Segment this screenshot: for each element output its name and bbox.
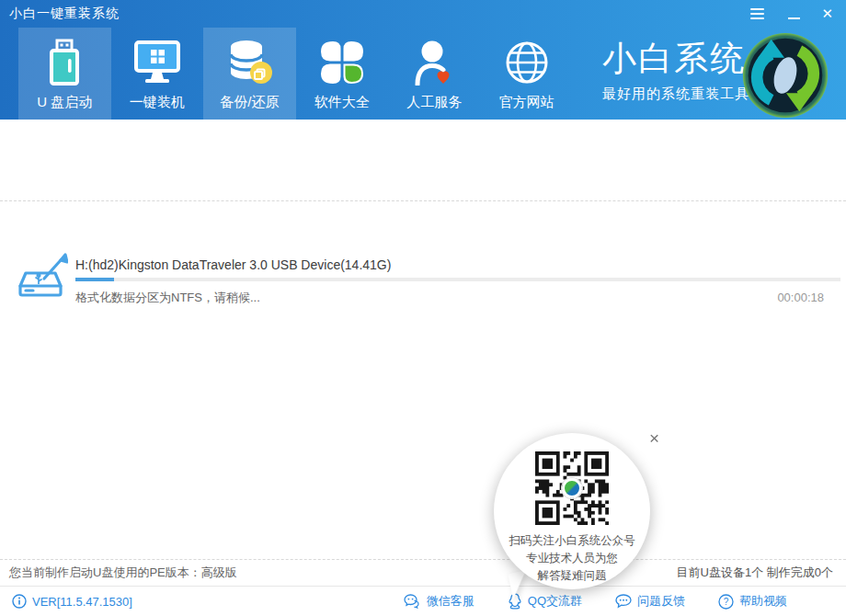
tab-label: 人工服务 xyxy=(406,94,462,111)
minimize-button[interactable] xyxy=(788,6,801,21)
brand-logo-icon xyxy=(741,31,829,120)
close-button[interactable]: ✕ xyxy=(821,6,833,21)
help-video-link[interactable]: ? 帮助视频 xyxy=(718,593,787,610)
tab-support[interactable]: 人工服务 xyxy=(388,28,481,120)
tab-label: 软件大全 xyxy=(314,94,370,111)
feedback-link[interactable]: 问题反馈 xyxy=(615,593,685,610)
brand-subtitle: 最好用的系统重装工具 xyxy=(602,86,749,103)
brand: 小白系统 最好用的系统重装工具 xyxy=(602,40,749,103)
window-title: 小白一键重装系统 xyxy=(0,6,120,22)
brand-title: 小白系统 xyxy=(602,40,749,77)
progress-bar-fill xyxy=(75,278,114,281)
elapsed-timer: 00:00:18 xyxy=(777,291,824,304)
popup-close-icon[interactable]: × xyxy=(649,428,659,449)
popup-line-1: 扫码关注小白系统公众号 xyxy=(494,532,650,550)
wechat-icon xyxy=(404,594,421,610)
footer: VER[11.5.47.1530] 微信客服 xyxy=(0,586,846,616)
usb-device-status: 目前U盘设备1个 制作完成0个 xyxy=(677,565,833,581)
footer-link-label: 问题反馈 xyxy=(637,593,685,610)
qr-popup: 扫码关注小白系统公众号 专业技术人员为您 解答疑难问题 xyxy=(494,433,650,589)
footer-link-label: 微信客服 xyxy=(427,593,474,610)
usb-drive-icon xyxy=(44,36,85,89)
tab-label: U 盘启动 xyxy=(37,94,92,111)
titlebar: 小白一键重装系统 ✕ xyxy=(0,0,846,28)
tab-label: 官方网站 xyxy=(499,94,554,111)
footer-links: 微信客服 QQ交流群 问题反馈 xyxy=(404,593,846,610)
status-bar: 您当前制作启动U盘使用的PE版本：高级版 目前U盘设备1个 制作完成0个 xyxy=(0,559,846,586)
qr-center-logo-icon xyxy=(562,478,582,498)
tab-label: 备份/还原 xyxy=(220,94,279,111)
progress-bar xyxy=(75,278,840,281)
footer-link-label: QQ交流群 xyxy=(528,593,582,610)
tab-one-key-install[interactable]: 一键装机 xyxy=(111,28,204,120)
pe-version-status: 您当前制作启动U盘使用的PE版本：高级版 xyxy=(9,565,237,581)
tab-usb-boot[interactable]: U 盘启动 xyxy=(18,28,111,120)
person-heart-icon xyxy=(412,36,456,89)
menu-icon[interactable] xyxy=(747,5,768,23)
clover-icon xyxy=(319,36,365,89)
feedback-bubble-icon xyxy=(615,594,632,609)
database-icon xyxy=(225,36,273,89)
popup-line-2: 专业技术人员为您 xyxy=(494,550,650,567)
tab-label: 一键装机 xyxy=(130,94,185,111)
monitor-icon xyxy=(133,36,181,89)
device-title: H:(hd2)Kingston DataTraveler 3.0 USB Dev… xyxy=(75,257,391,272)
footer-link-label: 帮助视频 xyxy=(739,593,787,610)
disk-write-icon xyxy=(17,251,68,308)
qr-code xyxy=(535,451,609,525)
svg-text:?: ? xyxy=(724,597,729,607)
tab-backup-restore[interactable]: 备份/还原 xyxy=(203,28,296,120)
nav-tabs: U 盘启动 一键装机 xyxy=(18,28,573,120)
header: 小白一键重装系统 ✕ U 盘启动 xyxy=(0,0,846,120)
tab-website[interactable]: 官方网站 xyxy=(481,28,574,120)
app-window: 小白一键重装系统 ✕ U 盘启动 xyxy=(0,0,846,616)
popup-line-3: 解答疑难问题 xyxy=(494,567,650,585)
usb-progress-section: H:(hd2)Kingston DataTraveler 3.0 USB Dev… xyxy=(0,120,846,201)
wechat-support-link[interactable]: 微信客服 xyxy=(404,593,474,610)
version-label: VER[11.5.47.1530] xyxy=(0,594,132,609)
help-icon: ? xyxy=(718,594,734,610)
progress-status: 格式化数据分区为NTFS，请稍候... xyxy=(75,290,260,306)
globe-icon xyxy=(504,36,550,89)
tab-software[interactable]: 软件大全 xyxy=(296,28,389,120)
info-icon xyxy=(12,594,27,609)
window-controls: ✕ xyxy=(747,0,846,28)
